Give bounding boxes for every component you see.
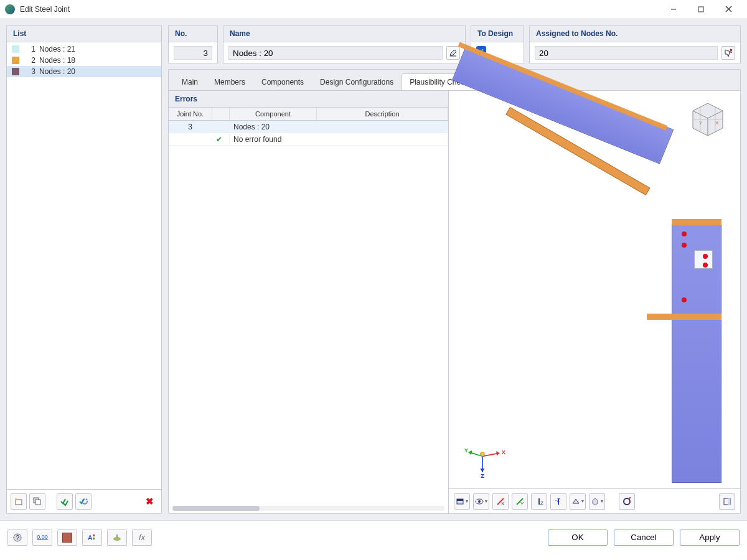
iso-view-button[interactable] [589, 493, 605, 510]
list-item-num: 1 [27, 45, 35, 54]
assigned-field-box: Assigned to Nodes No. [529, 25, 741, 64]
group-label: Nodes : 20 [230, 121, 448, 133]
viewer-toolbar: X Y Z -Z [449, 488, 740, 513]
tab-members[interactable]: Members [206, 73, 253, 90]
tab-components[interactable]: Components [253, 73, 312, 90]
svg-rect-30 [457, 499, 463, 501]
axis-gizmo: X Y Z [464, 442, 507, 480]
svg-text:Y: Y [464, 447, 469, 454]
no-field-box: No. [168, 25, 218, 64]
units-button[interactable]: 0,00 [32, 530, 52, 546]
svg-text:X: X [715, 120, 719, 126]
axis-y-button[interactable]: Y [512, 493, 528, 510]
svg-text:X: X [501, 501, 505, 506]
tab-design-configurations[interactable]: Design Configurations [312, 73, 402, 90]
close-button[interactable] [715, 1, 742, 18]
view-cube[interactable]: X Y [687, 100, 729, 139]
formula-button[interactable]: fx [132, 530, 152, 546]
svg-text:A: A [88, 534, 93, 541]
errors-row-text: No error found [230, 134, 448, 145]
list-item-label: Nodes : 18 [39, 56, 75, 65]
edit-name-button[interactable] [446, 46, 460, 60]
minimize-button[interactable] [660, 1, 687, 18]
list-item-num: 3 [27, 67, 35, 76]
svg-point-28 [480, 452, 484, 456]
render-button[interactable] [107, 530, 127, 546]
svg-marker-8 [85, 498, 88, 500]
svg-text:Y: Y [699, 120, 703, 126]
assigned-input[interactable] [535, 46, 718, 60]
viewer-pane[interactable]: X Y X Y Z [449, 91, 740, 513]
app-icon [5, 4, 15, 14]
reset-view-button[interactable] [619, 493, 635, 510]
svg-text:-Z: -Z [555, 497, 560, 503]
cancel-button[interactable]: Cancel [614, 530, 674, 546]
maximize-button[interactable] [687, 1, 715, 18]
help-button[interactable]: ? [7, 530, 27, 546]
color-button[interactable] [57, 530, 77, 546]
new-item-button[interactable] [11, 493, 27, 510]
errors-hscroll-thumb[interactable] [172, 506, 260, 511]
apply-button[interactable]: Apply [680, 530, 740, 546]
svg-rect-7 [35, 500, 40, 505]
tabs-panel: Main Members Components Design Configura… [168, 69, 741, 514]
svg-rect-46 [728, 498, 730, 505]
pick-nodes-button[interactable] [721, 46, 735, 60]
status-ok-icon: ✔ [212, 134, 230, 145]
detach-viewer-button[interactable] [719, 493, 735, 510]
svg-text:Y: Y [520, 501, 524, 506]
svg-marker-42 [593, 498, 598, 505]
errors-table-header: Joint No. Component Description [169, 108, 448, 121]
color-swatch [12, 57, 19, 64]
tab-main[interactable]: Main [174, 73, 206, 90]
list-panel: List 1 Nodes : 21 2 Nodes : 18 3 Nodes :… [6, 25, 162, 514]
svg-text:X: X [502, 449, 506, 455]
text-settings-button[interactable]: A [82, 530, 102, 546]
svg-rect-50 [93, 534, 95, 536]
svg-line-44 [629, 497, 631, 499]
no-input[interactable] [174, 46, 212, 60]
view-settings-button[interactable] [454, 493, 470, 510]
svg-rect-53 [116, 534, 118, 538]
axis-z-button[interactable]: Z [531, 493, 547, 510]
color-swatch [12, 45, 19, 53]
name-label: Name [223, 26, 465, 42]
group-joint-no: 3 [169, 121, 212, 133]
copy-item-button[interactable] [29, 493, 45, 510]
axis-x-button[interactable]: X [492, 493, 509, 510]
axis-neg-z-button[interactable]: -Z [550, 493, 566, 510]
errors-group-row[interactable]: 3 Nodes : 20 [169, 121, 448, 133]
check-all-button[interactable] [57, 493, 73, 510]
color-swatch [12, 68, 19, 75]
workplane-button[interactable] [570, 493, 586, 510]
revalidate-button[interactable] [75, 493, 92, 510]
list-body: 1 Nodes : 21 2 Nodes : 18 3 Nodes : 20 [7, 42, 161, 489]
svg-rect-1 [698, 7, 703, 12]
list-item-label: Nodes : 20 [39, 67, 75, 76]
svg-marker-41 [573, 499, 579, 503]
todesign-label: To Design [471, 26, 524, 42]
name-field-box: Name [223, 25, 466, 64]
assigned-label: Assigned to Nodes No. [530, 26, 740, 42]
col-component: Component [230, 108, 317, 120]
name-input[interactable] [228, 46, 443, 60]
list-item[interactable]: 1 Nodes : 21 [7, 44, 161, 55]
list-item[interactable]: 3 Nodes : 20 [7, 66, 161, 77]
col-joint-no: Joint No. [169, 108, 212, 120]
delete-item-button[interactable]: ✖ [141, 493, 157, 510]
errors-row[interactable]: ✔ No error found [169, 133, 448, 146]
svg-rect-4 [16, 500, 22, 505]
svg-text:Z: Z [481, 472, 484, 479]
title-bar: Edit Steel Joint [0, 0, 747, 19]
visibility-button[interactable] [473, 493, 489, 510]
errors-hscrollbar[interactable] [172, 506, 444, 511]
svg-marker-23 [469, 450, 472, 455]
window-title: Edit Steel Joint [20, 5, 660, 14]
svg-marker-26 [480, 469, 484, 472]
errors-table: Joint No. Component Description 3 Nodes … [169, 108, 448, 503]
ok-button[interactable]: OK [548, 530, 608, 546]
list-item[interactable]: 2 Nodes : 18 [7, 55, 161, 66]
col-status [212, 108, 230, 120]
list-item-label: Nodes : 21 [39, 45, 75, 54]
bottom-bar: ? 0,00 A fx OK Cancel Apply [0, 520, 747, 554]
